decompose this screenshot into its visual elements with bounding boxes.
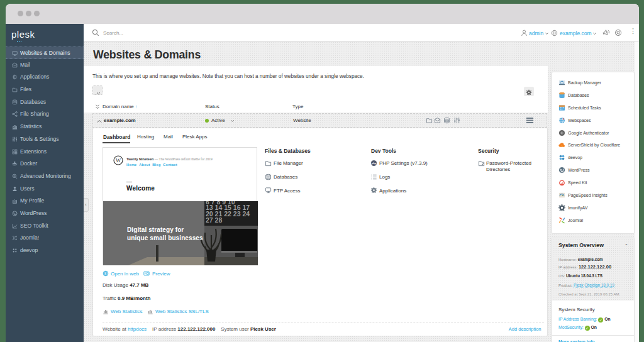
svg-text:W: W — [116, 157, 121, 163]
svg-text:php: php — [372, 162, 377, 165]
